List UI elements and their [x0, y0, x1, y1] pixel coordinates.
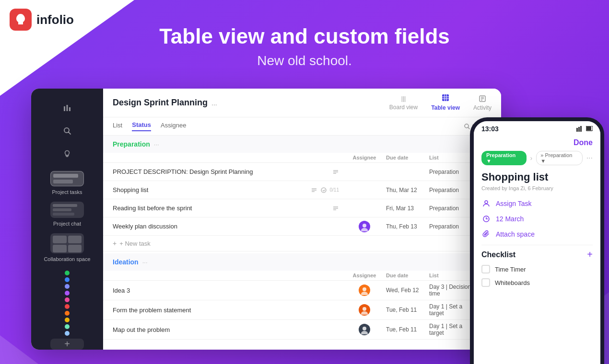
new-task-row[interactable]: + + New task — [103, 236, 501, 251]
board-view-icon: ||| — [401, 95, 406, 102]
group-ideation-header: Ideation ··· — [103, 253, 501, 271]
tab-table-view[interactable]: Table view — [431, 94, 460, 111]
logo-icon — [10, 9, 32, 31]
main-container: Project tasks Project chat Collaboration… — [31, 89, 595, 359]
sidebar-card-project-chat[interactable] — [50, 202, 84, 218]
group-preparation-title: Preparation — [113, 140, 150, 148]
col-header-assignee-2: Assignee — [343, 273, 386, 278]
ctrl-tab-list[interactable]: List — [113, 122, 122, 131]
phone-tag-preparation[interactable]: Preparation ▼ — [481, 151, 527, 165]
comment-count: 0/11 — [330, 187, 339, 193]
dot-indigo — [65, 284, 70, 289]
view-tabs: ||| Board view Table view — [389, 94, 460, 111]
dot-yellow — [65, 318, 70, 322]
phone-tag-preparation-2[interactable]: » Preparation ▼ — [536, 151, 582, 165]
dot-purple — [65, 291, 70, 296]
done-button[interactable]: Done — [481, 138, 593, 147]
sidebar-nav — [59, 100, 75, 161]
checklist-item-label-1: Time Timer — [495, 266, 526, 273]
dot-orange — [65, 311, 70, 316]
svg-point-28 — [363, 224, 366, 228]
project-more-button[interactable]: ... — [211, 99, 217, 107]
clock-icon — [481, 214, 491, 224]
bars-icon[interactable] — [59, 100, 75, 115]
task-name: Shopping list — [113, 186, 311, 193]
assignee-cell — [343, 304, 386, 316]
svg-point-33 — [361, 311, 368, 315]
attach-space-label: Attach space — [496, 230, 535, 238]
due-date-cell: Tue, Feb 11 — [386, 326, 429, 333]
mobile-phone: 13:03 Done Preparation ▼ › » Preparation… — [470, 117, 604, 364]
due-date-cell: Thu, Mar 12 — [386, 187, 429, 193]
assign-task-label: Assign Task — [496, 200, 531, 207]
group-preparation-header: Preparation ··· — [103, 136, 501, 153]
avatar — [359, 221, 370, 232]
search-icon[interactable] — [59, 123, 75, 138]
due-date-cell: Wed, Feb 12 — [386, 287, 429, 294]
ctrl-tab-status[interactable]: Status — [132, 121, 151, 131]
svg-rect-37 — [578, 127, 580, 132]
tab-board-view[interactable]: ||| Board view — [389, 95, 418, 111]
due-date-cell: Fri, Mar 13 — [386, 205, 429, 212]
sidebar-card-collaboration[interactable] — [50, 233, 84, 253]
table-row[interactable]: Idea 3 Wed, Feb 12 Day 3 | Decision time — [103, 281, 501, 300]
assignee-cell — [343, 324, 386, 335]
svg-point-35 — [361, 331, 368, 334]
phone-divider — [481, 245, 593, 245]
table-row[interactable]: Form the problem statement Tue, Feb 11 D… — [103, 300, 501, 320]
sidebar-colored-dots — [65, 271, 70, 336]
checkbox-time-timer[interactable] — [481, 265, 490, 273]
checklist-item-1: Time Timer — [481, 265, 593, 273]
sidebar: Project tasks Project chat Collaboration… — [31, 89, 103, 350]
svg-rect-38 — [580, 126, 582, 132]
svg-point-34 — [363, 327, 366, 330]
checklist-header: Checklist + — [481, 249, 593, 260]
task-name: Reading list before the sprint — [113, 205, 332, 212]
col-header-due-2: Due date — [386, 273, 429, 278]
table-row[interactable]: Reading list before the sprint Fri, Mar … — [103, 199, 501, 217]
svg-point-30 — [363, 287, 366, 291]
table-controls: List Status Assignee Quick... — [103, 117, 501, 136]
plus-icon: + — [113, 239, 117, 247]
checkbox-whiteboards[interactable] — [481, 278, 490, 287]
phone-more-icon[interactable]: ··· — [586, 154, 593, 162]
desktop-app-window: Project tasks Project chat Collaboration… — [31, 89, 501, 350]
checklist-item-2: Whiteboards — [481, 278, 593, 287]
phone-status-icons — [576, 126, 593, 132]
svg-line-17 — [468, 127, 469, 129]
assignee-cell — [343, 221, 386, 232]
activity-button[interactable]: Activity — [473, 95, 492, 111]
task-name: PROJECT DESCRIPTION: Design Sprint Plann… — [113, 168, 332, 175]
svg-rect-1 — [67, 105, 68, 111]
task-name: Idea 3 — [113, 287, 339, 294]
phone-content: Done Preparation ▼ › » Preparation ▼ ···… — [474, 135, 600, 296]
table-row[interactable]: Map out the problem Tue, Feb 11 Day 1 | … — [103, 320, 501, 340]
sidebar-card-project-tasks[interactable] — [50, 171, 84, 186]
table-row[interactable]: PROJECT DESCRIPTION: Design Sprint Plann… — [103, 163, 501, 181]
dot-green — [65, 271, 70, 275]
date-row[interactable]: 12 March — [481, 214, 593, 224]
ctrl-tab-assignee[interactable]: Assignee — [161, 122, 186, 131]
board-view-label: Board view — [389, 104, 418, 111]
table-row[interactable]: Shopping list 0/11 Thu, Mar 12 Preparati… — [103, 181, 501, 199]
group-preparation-more[interactable]: ··· — [154, 141, 159, 148]
sidebar-label-collaboration: Collaboration space — [44, 256, 90, 262]
table-row[interactable]: Weekly plan discussion Thu, Feb 13 Prepa… — [103, 217, 501, 236]
attach-space-row[interactable]: Attach space — [481, 229, 593, 239]
add-space-button[interactable]: + — [50, 339, 84, 350]
dot-blue — [65, 277, 70, 282]
avatar — [359, 324, 370, 335]
person-icon — [481, 199, 491, 208]
task-icons — [332, 205, 339, 212]
lightbulb-icon[interactable] — [59, 146, 75, 161]
assign-task-row[interactable]: Assign Task — [481, 199, 593, 208]
phone-task-title: Shopping list — [481, 171, 593, 183]
checklist-add-button[interactable]: + — [587, 249, 593, 260]
due-date-cell: Thu, Feb 13 — [386, 223, 429, 230]
svg-rect-41 — [586, 126, 591, 130]
svg-rect-36 — [576, 128, 578, 132]
col-header-assignee: Assignee — [343, 155, 386, 160]
group-ideation-more[interactable]: ··· — [142, 259, 148, 266]
logo-text: infolio — [36, 12, 74, 27]
table-wrapper: Preparation ··· Assignee Due date List T… — [103, 136, 501, 350]
